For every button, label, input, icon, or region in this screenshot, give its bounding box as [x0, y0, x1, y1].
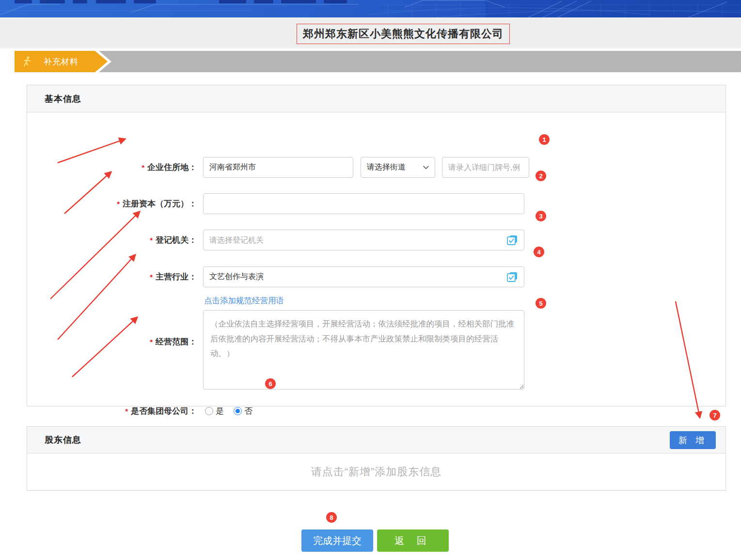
- add-standard-terms-link[interactable]: 点击添加规范经营用语: [204, 296, 284, 306]
- page: 郑州郑东新区小美熊熊文化传播有限公司 补充材料 基本信息: [0, 0, 741, 560]
- shareholders-title: 股东信息: [45, 434, 81, 446]
- street-select-value: 请选择街道: [367, 162, 406, 172]
- shareholders-card: 股东信息 新 增 请点击“新增”添加股东信息: [27, 426, 726, 491]
- shareholders-empty-hint: 请点击“新增”添加股东信息: [27, 453, 725, 490]
- annotation-badge-6: 6: [265, 378, 276, 389]
- radio-yes-label: 是: [216, 405, 224, 417]
- shareholders-header: 股东信息 新 增: [27, 427, 725, 453]
- step-bar: 补充材料: [15, 51, 741, 72]
- authority-picker-icon[interactable]: [506, 234, 519, 247]
- annotation-badge-5: 5: [536, 298, 546, 309]
- annotation-badge-1: 1: [539, 134, 550, 145]
- basic-info-header: 基本信息: [27, 85, 725, 112]
- basic-info-card: 基本信息 *企业住所地： 请选择街道 *注册资本（万元）： *登记机关: [27, 85, 726, 406]
- industry-input[interactable]: [203, 266, 524, 287]
- authority-input[interactable]: [203, 230, 524, 250]
- capital-label: *注册资本（万元）：: [27, 198, 197, 209]
- title-strip: 郑州郑东新区小美熊熊文化传播有限公司: [0, 17, 741, 48]
- required-star: *: [150, 236, 153, 244]
- step-bar-track: [15, 51, 741, 72]
- radio-no[interactable]: [234, 407, 242, 415]
- address-label: *企业住所地：: [27, 162, 197, 173]
- runner-icon: [22, 56, 32, 67]
- top-banner: [0, 0, 741, 17]
- radio-yes[interactable]: [205, 407, 213, 415]
- address-detail-input[interactable]: [442, 157, 529, 178]
- company-title: 郑州郑东新区小美熊熊文化传播有限公司: [303, 27, 504, 41]
- annotation-badge-8: 8: [326, 512, 337, 523]
- step-tab-label: 补充材料: [44, 56, 79, 67]
- group-parent-label: *是否集团母公司：: [27, 405, 197, 417]
- scope-label: *经营范围：: [27, 336, 197, 347]
- capital-input[interactable]: [203, 193, 524, 214]
- back-button[interactable]: 返 回: [377, 529, 449, 552]
- industry-picker-icon[interactable]: [506, 271, 519, 283]
- required-star: *: [117, 200, 120, 208]
- street-select[interactable]: 请选择街道: [361, 157, 435, 178]
- annotation-badge-7: 7: [709, 410, 720, 420]
- banner-decoration: [0, 0, 741, 17]
- chevron-down-icon: [423, 166, 429, 170]
- add-shareholder-button[interactable]: 新 增: [670, 431, 716, 449]
- basic-info-title: 基本信息: [45, 93, 81, 105]
- step-tab-supplementary[interactable]: 补充材料: [15, 51, 108, 72]
- annotation-badge-3: 3: [536, 211, 546, 221]
- radio-no-label: 否: [244, 405, 252, 417]
- annotation-badge-4: 4: [534, 247, 544, 257]
- company-title-box: 郑州郑东新区小美熊熊文化传播有限公司: [297, 24, 510, 44]
- scope-textarea[interactable]: （企业依法自主选择经营项目，开展经营活动；依法须经批准的项目，经相关部门批准后依…: [203, 310, 524, 389]
- group-parent-radio-group: 是 否: [205, 405, 262, 417]
- required-star: *: [150, 273, 153, 281]
- authority-label: *登记机关：: [27, 234, 197, 246]
- required-star: *: [142, 163, 144, 171]
- submit-button[interactable]: 完成并提交: [301, 529, 373, 552]
- required-star: *: [150, 338, 153, 346]
- industry-label: *主营行业：: [27, 271, 197, 282]
- required-star: *: [125, 407, 128, 415]
- address-region-input[interactable]: [203, 157, 353, 178]
- annotation-badge-2: 2: [536, 171, 546, 181]
